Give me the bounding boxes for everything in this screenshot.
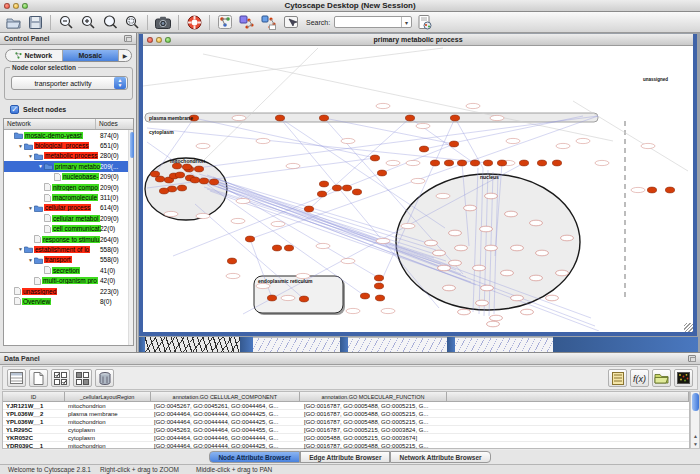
table-row[interactable]: YJR121W__1mitochondrion[GO:0045267, GO:0… bbox=[3, 402, 689, 410]
attribute-table[interactable]: ID_cellularLayoutRegionannotation.GO CEL… bbox=[2, 391, 690, 449]
expander-icon[interactable]: ▼ bbox=[27, 205, 34, 211]
vizmapper-icon[interactable] bbox=[216, 14, 234, 31]
tree-row[interactable]: response to stimulu264(0) bbox=[4, 234, 133, 244]
tree-row[interactable]: ▼biological_process651(0) bbox=[4, 140, 133, 150]
expander-icon[interactable]: ▼ bbox=[17, 143, 24, 149]
tab-mosaic[interactable]: Mosaic bbox=[63, 50, 120, 61]
network-view-title: primary metabolic process bbox=[143, 36, 693, 43]
tree-row[interactable]: Overview8(0) bbox=[4, 296, 133, 306]
search-dropdown-icon[interactable]: ▾ bbox=[401, 17, 411, 27]
table-row[interactable]: YLR295Ccytoplasm[GO:0045263, GO:0044464,… bbox=[3, 426, 689, 434]
expander-icon[interactable]: ▼ bbox=[37, 163, 44, 169]
tree-row[interactable]: ▼primary metabo209(... bbox=[4, 161, 133, 171]
column-select-icon[interactable] bbox=[7, 369, 26, 387]
table-row[interactable]: YKR052Ccytoplasm[GO:0044464, GO:0044446,… bbox=[3, 434, 689, 442]
table-cell: [GO:0045263, GO:0044464, GO:0044455, G..… bbox=[151, 426, 301, 433]
node-label-oval bbox=[256, 283, 270, 288]
tree-row[interactable]: mosaic-demo-yeast874(0) bbox=[4, 130, 133, 140]
select-nodes-checkbox[interactable]: ✓ bbox=[10, 105, 19, 114]
resize-grip-icon[interactable] bbox=[684, 323, 693, 332]
function-builder-icon[interactable]: f(x) bbox=[630, 369, 649, 387]
tree-row[interactable]: multi-organism pro42(0) bbox=[4, 275, 133, 285]
tree-row[interactable]: ▼cellular process614(0) bbox=[4, 203, 133, 213]
nucleus-node bbox=[487, 321, 500, 327]
tree-row[interactable]: cellular metabol209(0) bbox=[4, 213, 133, 223]
tab-edge-attribute-browser[interactable]: Edge Attribute Browser bbox=[300, 451, 390, 463]
scroll-down-icon[interactable]: ▼ bbox=[691, 440, 700, 448]
tab-network[interactable]: Network bbox=[6, 50, 63, 61]
scroll-up-icon[interactable]: ▲ bbox=[691, 432, 700, 440]
table-row[interactable]: YDR039C__1mitochondrion[GO:0044464, GO:0… bbox=[3, 442, 689, 450]
tree-row-count: 558(0) bbox=[100, 246, 119, 253]
table-cell: YLR295C bbox=[3, 426, 65, 433]
help-ring-icon[interactable] bbox=[185, 14, 203, 31]
float-panel-icon[interactable] bbox=[688, 355, 696, 362]
background-network-window[interactable] bbox=[253, 337, 340, 352]
node-label-oval bbox=[376, 238, 390, 243]
column-header[interactable]: annotation.GO CELLULAR_COMPONENT bbox=[151, 392, 301, 402]
table-scrollbar[interactable]: ▲ ▼ bbox=[690, 391, 700, 449]
tree-row-count: 874(0) bbox=[100, 132, 119, 139]
background-network-window[interactable] bbox=[455, 337, 553, 352]
background-network-window[interactable] bbox=[348, 337, 447, 352]
tree-row[interactable]: cell communicat22(0) bbox=[4, 224, 133, 234]
column-header[interactable] bbox=[447, 392, 689, 402]
zoom-in-icon[interactable] bbox=[79, 14, 97, 31]
select-all-attrs-icon[interactable] bbox=[51, 369, 70, 387]
column-header[interactable]: annotation.GO MOLECULAR_FUNCTION bbox=[300, 392, 447, 402]
float-panel-icon[interactable] bbox=[124, 35, 132, 42]
tree-row[interactable]: ▼establishment of lo558(0) bbox=[4, 244, 133, 254]
gene-node bbox=[177, 185, 186, 191]
tree-scrollbar[interactable] bbox=[128, 130, 133, 345]
network-graph[interactable]: plasma membranecytoplasmmitochondrionnuc… bbox=[143, 46, 693, 331]
tree-row-count: 209(0) bbox=[100, 184, 119, 191]
tree-row[interactable]: nucleobase-209(0) bbox=[4, 172, 133, 182]
unselect-all-attrs-icon[interactable] bbox=[73, 369, 92, 387]
network-view-titlebar[interactable]: primary metabolic process bbox=[143, 34, 693, 46]
nucleus-node bbox=[536, 250, 549, 256]
table-cell: [GO:0016787, GO:0005488, GO:0005215, G..… bbox=[301, 402, 448, 409]
tree-row[interactable]: nitrogen compo209(0) bbox=[4, 182, 133, 192]
tab-network-attribute-browser[interactable]: Network Attribute Browser bbox=[390, 451, 490, 463]
tree-row[interactable]: secretion41(0) bbox=[4, 265, 133, 275]
attribute-list-icon[interactable] bbox=[608, 369, 627, 387]
zoom-out-icon[interactable] bbox=[57, 14, 75, 31]
label-nucleus: nucleus bbox=[480, 174, 499, 180]
zoom-fit-icon[interactable] bbox=[123, 14, 141, 31]
tree-row[interactable]: unassigned223(0) bbox=[4, 286, 133, 296]
open-folder-icon[interactable] bbox=[4, 14, 22, 31]
tree-row[interactable]: ▼transport558(0) bbox=[4, 255, 133, 265]
attribute-table-header[interactable]: ID_cellularLayoutRegionannotation.GO CEL… bbox=[3, 392, 689, 402]
color-attribute-dropdown[interactable]: transporter activity ▲▼ bbox=[11, 76, 128, 90]
annotation-icon[interactable] bbox=[260, 14, 278, 31]
save-icon[interactable] bbox=[26, 14, 44, 31]
tree-row[interactable]: macromolecule311(0) bbox=[4, 192, 133, 202]
expander-icon[interactable]: ▼ bbox=[17, 246, 24, 252]
window-title: Cytoscape Desktop (New Session) bbox=[0, 1, 700, 10]
column-header[interactable]: ID bbox=[3, 392, 65, 402]
tab-node-attribute-browser[interactable]: Node Attribute Browser bbox=[209, 451, 300, 463]
column-header[interactable]: _cellularLayoutRegion bbox=[65, 392, 151, 402]
tree-row[interactable]: ▼metabolic process280(0) bbox=[4, 151, 133, 161]
delete-attribute-icon[interactable] bbox=[95, 369, 114, 387]
matrix-icon[interactable] bbox=[674, 369, 693, 387]
zoom-selected-icon[interactable] bbox=[101, 14, 119, 31]
network-view-frame: primary metabolic process plasma membran… bbox=[139, 34, 697, 336]
snapshot-icon[interactable] bbox=[154, 14, 172, 31]
import-attrs-icon[interactable] bbox=[652, 369, 671, 387]
node-label-oval bbox=[346, 308, 360, 313]
network-canvas[interactable]: plasma membranecytoplasmmitochondrionnuc… bbox=[143, 46, 693, 331]
table-row[interactable]: YPL036W__2plasma membrane[GO:0044464, GO… bbox=[3, 410, 689, 418]
new-attribute-icon[interactable] bbox=[29, 369, 48, 387]
expander-icon[interactable]: ▼ bbox=[27, 153, 34, 159]
tab-overflow-arrow[interactable]: ▶ bbox=[119, 50, 131, 61]
gene-node bbox=[497, 160, 506, 166]
select-mode-icon[interactable] bbox=[282, 14, 300, 31]
search-input[interactable]: ▾ bbox=[334, 16, 412, 28]
edit-network-icon[interactable] bbox=[238, 14, 256, 31]
gene-node bbox=[370, 155, 379, 161]
expander-icon[interactable]: ▼ bbox=[27, 257, 34, 263]
network-import-icon[interactable] bbox=[416, 14, 434, 31]
background-network-window[interactable] bbox=[145, 337, 240, 352]
table-row[interactable]: YPL036W__1mitochondrion[GO:0044464, GO:0… bbox=[3, 418, 689, 426]
